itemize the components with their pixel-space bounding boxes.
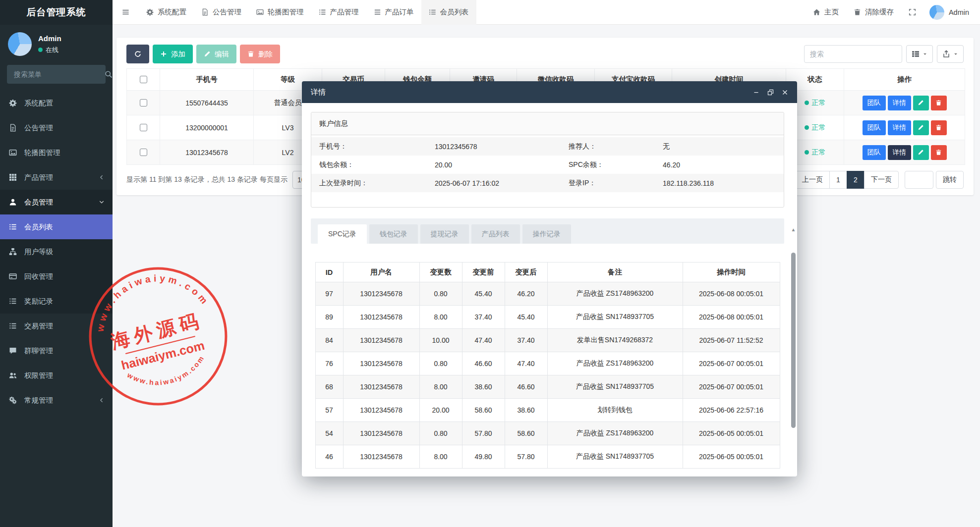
topnav-item-system-config[interactable]: 系统配置 bbox=[139, 0, 194, 25]
jump-page-input[interactable] bbox=[905, 171, 933, 189]
cell-phone: 13200000001 bbox=[160, 115, 254, 140]
sidebar-item-banner-management[interactable]: 轮播图管理 bbox=[0, 140, 113, 165]
svg-text:www.haiwaiym.com: www.haiwaiym.com bbox=[124, 352, 210, 395]
export-icon bbox=[942, 50, 950, 58]
trash-icon bbox=[935, 100, 942, 106]
scroll-up-arrow-icon[interactable]: ▲ bbox=[791, 227, 796, 232]
export-dropdown-button[interactable] bbox=[937, 45, 964, 63]
account-info-row: 手机号：13012345678推荐人：无 bbox=[311, 137, 784, 156]
maximize-icon[interactable] bbox=[767, 89, 774, 96]
delete-button[interactable]: 删除 bbox=[240, 45, 280, 63]
modal-tab-钱包记录[interactable]: 钱包记录 bbox=[369, 224, 418, 244]
sidebar-item-recycle-management[interactable]: 回收管理 bbox=[0, 264, 113, 289]
topnav-item-member-list[interactable]: 会员列表 bbox=[421, 0, 476, 25]
topnav-item-banner-management[interactable]: 轮播图管理 bbox=[249, 0, 311, 25]
scrollbar-thumb[interactable] bbox=[791, 253, 796, 428]
sidebar-item-permission-management[interactable]: 权限管理 bbox=[0, 363, 113, 388]
modal-title: 详情 bbox=[311, 88, 326, 97]
close-icon[interactable] bbox=[782, 89, 788, 96]
topbar-user-menu[interactable]: Admin bbox=[923, 5, 975, 20]
refresh-icon bbox=[134, 51, 141, 57]
columns-dropdown-button[interactable] bbox=[906, 45, 933, 63]
sidebar-item-product-management[interactable]: 产品管理 bbox=[0, 165, 113, 190]
detail-button[interactable]: 详情 bbox=[888, 120, 911, 135]
modal-tab-SPC记录[interactable]: SPC记录 bbox=[318, 224, 367, 244]
row-delete-button[interactable] bbox=[931, 120, 947, 135]
column-header[interactable]: 操作 bbox=[844, 69, 965, 91]
info-label: 钱包余额： bbox=[319, 160, 435, 169]
team-button[interactable]: 团队 bbox=[863, 96, 886, 110]
minimize-icon[interactable] bbox=[753, 89, 759, 96]
topnav-item-product-management[interactable]: 产品管理 bbox=[311, 0, 366, 25]
users-icon bbox=[9, 371, 17, 379]
team-button[interactable]: 团队 bbox=[863, 145, 886, 160]
detail-button[interactable]: 详情 bbox=[888, 96, 911, 110]
account-info-row: 上次登录时间：2025-06-07 17:16:02登录IP：182.118.2… bbox=[311, 174, 784, 192]
info-value: 46.20 bbox=[663, 161, 776, 169]
sidebar-item-notice-management[interactable]: 公告管理 bbox=[0, 115, 113, 140]
home-icon bbox=[813, 8, 820, 16]
topbar-fullscreen[interactable] bbox=[901, 0, 923, 25]
cell-actions: 团队详情 bbox=[844, 91, 965, 115]
sidebar-item-reward-records[interactable]: 奖励记录 bbox=[0, 289, 113, 314]
user-icon bbox=[9, 198, 17, 206]
watermark-bottom-text: www.haiwaiym.com bbox=[124, 352, 210, 395]
team-button[interactable]: 团队 bbox=[863, 120, 886, 135]
modal-tab-操作记录[interactable]: 操作记录 bbox=[522, 224, 571, 244]
sidebar-item-user-level[interactable]: 用户等级 bbox=[0, 239, 113, 264]
spc-column-header: 变更后 bbox=[505, 263, 547, 282]
prev-page-button[interactable]: 上一页 bbox=[795, 171, 830, 189]
list-ul-icon bbox=[429, 8, 436, 16]
next-page-button[interactable]: 下一页 bbox=[864, 171, 899, 189]
refresh-button[interactable] bbox=[126, 45, 149, 63]
detail-modal: 详情 账户信息 手机号：13012345678推荐人：无钱包余额：20.00SP… bbox=[302, 81, 797, 476]
topbar-clear-cache[interactable]: 清除缓存 bbox=[846, 0, 901, 25]
modal-tab-提现记录[interactable]: 提现记录 bbox=[420, 224, 469, 244]
pencil-icon bbox=[918, 124, 924, 131]
topnav-item-product-orders[interactable]: 产品订单 bbox=[366, 0, 421, 25]
sidebar-item-system-config[interactable]: 系统配置 bbox=[0, 91, 113, 115]
card-icon bbox=[9, 272, 17, 280]
table-search-input[interactable] bbox=[804, 45, 902, 63]
search-icon[interactable] bbox=[105, 70, 113, 78]
cell-phone: 15507644435 bbox=[160, 91, 254, 115]
list-icon bbox=[9, 322, 17, 330]
row-edit-button[interactable] bbox=[913, 96, 929, 110]
topnav: 系统配置公告管理轮播图管理产品管理产品订单会员列表 bbox=[139, 0, 476, 25]
row-checkbox[interactable] bbox=[140, 149, 147, 156]
sidebar-item-trade-management[interactable]: 交易管理 bbox=[0, 314, 113, 338]
detail-button[interactable]: 详情 bbox=[888, 145, 911, 160]
pencil-icon bbox=[918, 100, 924, 106]
jump-button[interactable]: 跳转 bbox=[936, 171, 964, 189]
row-edit-button[interactable] bbox=[913, 145, 929, 160]
edit-button[interactable]: 编辑 bbox=[196, 45, 236, 63]
sidebar-item-general-management[interactable]: 常规管理 bbox=[0, 388, 113, 413]
page-button-2[interactable]: 2 bbox=[847, 171, 865, 189]
row-checkbox[interactable] bbox=[140, 99, 147, 106]
sidebar-toggle-button[interactable] bbox=[113, 0, 139, 25]
modal-header[interactable]: 详情 bbox=[302, 81, 797, 103]
select-all-checkbox[interactable] bbox=[140, 76, 147, 83]
spc-column-header: 操作时间 bbox=[683, 263, 780, 282]
user-status: 在线 bbox=[38, 46, 61, 54]
image-icon bbox=[9, 149, 17, 157]
row-edit-button[interactable] bbox=[913, 120, 929, 135]
modal-tab-产品列表[interactable]: 产品列表 bbox=[471, 224, 520, 244]
file-icon bbox=[201, 8, 209, 16]
modal-body: 账户信息 手机号：13012345678推荐人：无钱包余额：20.00SPC余额… bbox=[302, 103, 797, 476]
sidebar-item-groupchat-management[interactable]: 群聊管理 bbox=[0, 338, 113, 363]
sidebar-item-member-list[interactable]: 会员列表 bbox=[0, 214, 113, 239]
sidebar-search-input[interactable] bbox=[13, 70, 105, 79]
column-header[interactable]: 手机号 bbox=[160, 69, 254, 91]
sidebar-item-member-management[interactable]: 会员管理 bbox=[0, 190, 113, 214]
topnav-item-notice-management[interactable]: 公告管理 bbox=[194, 0, 249, 25]
topbar-home[interactable]: 主页 bbox=[806, 0, 846, 25]
user-avatar bbox=[929, 5, 944, 20]
add-button[interactable]: 添加 bbox=[153, 45, 193, 63]
pencil-icon bbox=[204, 51, 211, 57]
page-button-1[interactable]: 1 bbox=[829, 171, 847, 189]
row-checkbox[interactable] bbox=[140, 124, 147, 131]
row-delete-button[interactable] bbox=[931, 96, 947, 110]
row-delete-button[interactable] bbox=[931, 145, 947, 160]
plus-icon bbox=[160, 51, 167, 57]
